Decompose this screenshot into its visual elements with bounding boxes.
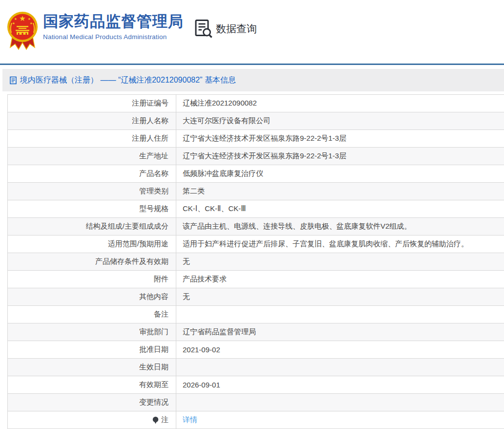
registration-table-body: 注册证编号辽械注准20212090082注册人名称大连可尔医疗设备有限公司注册人…: [8, 95, 504, 429]
row-label: 注册证编号: [8, 95, 176, 112]
row-label: 管理类别: [8, 183, 176, 200]
row-label: 型号规格: [8, 200, 176, 217]
row-value: 辽宁省大连经济技术开发区福泉东路9-22-2号1-3层: [176, 148, 504, 165]
table-row: 型号规格CK-Ⅰ、CK-Ⅱ、CK-Ⅲ: [8, 200, 504, 218]
table-row: 注册人名称大连可尔医疗设备有限公司: [8, 112, 504, 130]
row-label: 变更情况: [8, 394, 176, 411]
row-label: 备注: [8, 306, 176, 323]
nav-data-query[interactable]: 数据查询: [195, 19, 257, 38]
table-row: 注详情: [8, 411, 504, 429]
row-label: 生产地址: [8, 148, 176, 165]
row-value: 适用于妇产科进行促进产后排尿、子宫复旧、盆底康复肌肉收缩、产后恢复的辅助治疗。: [176, 236, 504, 253]
row-value: [176, 359, 504, 376]
header-divider-line: [0, 64, 504, 65]
row-value: 大连可尔医疗设备有限公司: [176, 112, 504, 129]
row-value: 辽宁省药品监督管理局: [176, 323, 504, 341]
row-value: 低频脉冲盆底康复治疗仪: [176, 165, 504, 182]
row-label: 产品名称: [8, 165, 176, 182]
table-row: 附件产品技术要求: [8, 271, 504, 288]
document-icon: [10, 76, 17, 85]
table-row: 产品储存条件及有效期无: [8, 253, 504, 271]
table-row: 变更情况: [8, 394, 504, 411]
row-label: 产品储存条件及有效期: [8, 253, 176, 270]
row-label: 有效期至: [8, 376, 176, 393]
site-header: ★ ★ ★ ★ ★ 国家药品监督管理局 National Medical Pro…: [0, 0, 504, 64]
table-row: 审批部门辽宁省药品监督管理局: [8, 323, 504, 341]
detail-link[interactable]: 详情: [183, 415, 197, 425]
row-label: 注册人住所: [8, 130, 176, 147]
svg-text:★: ★: [28, 17, 31, 21]
row-label: 注: [8, 411, 176, 429]
row-value: CK-Ⅰ、CK-Ⅱ、CK-Ⅲ: [176, 200, 504, 217]
row-label: 生效日期: [8, 359, 176, 376]
china-national-emblem-icon: ★ ★ ★ ★ ★: [7, 11, 38, 50]
row-value: 详情: [176, 411, 504, 429]
row-value: 无: [176, 288, 504, 305]
section-title-bar: 境内医疗器械（注册） —— “辽械注准20212090082” 基本信息: [2, 69, 504, 91]
row-value: 无: [176, 253, 504, 270]
table-row: 批准日期2021-09-02: [8, 341, 504, 359]
table-row: 结构及组成/主要组成成分该产品由主机、电源线、连接导线、皮肤电极、盆底康复软件V…: [8, 218, 504, 236]
row-value: 辽械注准20212090082: [176, 95, 504, 112]
row-label: 注册人名称: [8, 112, 176, 129]
org-title-block: 国家药品监督管理局 National Medical Products Admi…: [43, 13, 184, 41]
row-value: 辽宁省大连经济技术开发区福泉东路9-22-2号1-3层: [176, 130, 504, 147]
svg-text:★: ★: [30, 21, 33, 25]
svg-text:★: ★: [19, 14, 25, 22]
row-value: 2026-09-01: [176, 376, 504, 393]
table-row: 管理类别第二类: [8, 183, 504, 200]
note-balloon-icon: [152, 416, 159, 424]
table-row: 备注: [8, 306, 504, 323]
table-row: 注册人住所辽宁省大连经济技术开发区福泉东路9-22-2号1-3层: [8, 130, 504, 148]
row-value: 2021-09-02: [176, 341, 504, 358]
table-row: 产品名称低频脉冲盆底康复治疗仪: [8, 165, 504, 183]
national-emblem-logo[interactable]: ★ ★ ★ ★ ★: [7, 11, 38, 50]
row-label: 审批部门: [8, 323, 176, 341]
row-value: 该产品由主机、电源线、连接导线、皮肤电极、盆底康复软件V2组成。: [176, 218, 504, 235]
org-title-en: National Medical Products Administration: [43, 33, 184, 41]
row-value: 第二类: [176, 183, 504, 200]
table-row: 适用范围/预期用途适用于妇产科进行促进产后排尿、子宫复旧、盆底康复肌肉收缩、产后…: [8, 236, 504, 253]
table-row: 有效期至2026-09-01: [8, 376, 504, 394]
org-title-zh: 国家药品监督管理局: [43, 13, 184, 30]
svg-text:★: ★: [14, 17, 17, 21]
row-value: 产品技术要求: [176, 271, 504, 288]
row-value: [176, 394, 504, 411]
row-value: [176, 306, 504, 323]
table-row: 其他内容无: [8, 288, 504, 306]
registration-info-table: 注册证编号辽械注准20212090082注册人名称大连可尔医疗设备有限公司注册人…: [7, 94, 504, 429]
row-label: 结构及组成/主要组成成分: [8, 218, 176, 235]
page-title: 境内医疗器械（注册） —— “辽械注准20212090082” 基本信息: [20, 75, 236, 86]
data-query-label: 数据查询: [216, 22, 257, 36]
row-label: 其他内容: [8, 288, 176, 305]
table-row: 生产地址辽宁省大连经济技术开发区福泉东路9-22-2号1-3层: [8, 148, 504, 165]
table-row: 生效日期: [8, 359, 504, 376]
data-query-icon: [195, 19, 212, 38]
row-label: 适用范围/预期用途: [8, 236, 176, 253]
row-label: 批准日期: [8, 341, 176, 358]
table-row: 注册证编号辽械注准20212090082: [8, 95, 504, 112]
row-label: 附件: [8, 271, 176, 288]
svg-text:★: ★: [12, 21, 15, 25]
